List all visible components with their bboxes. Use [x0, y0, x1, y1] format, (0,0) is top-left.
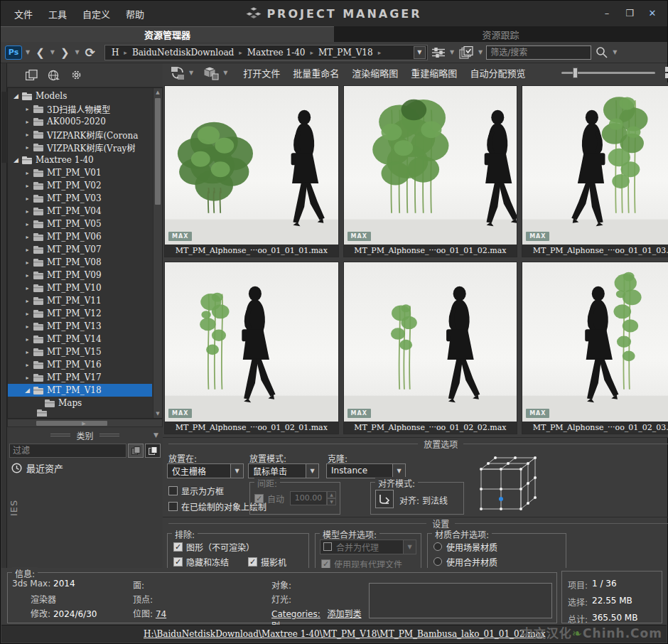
- merge-as-proxy-dropdown[interactable]: 合并为代理▼: [320, 540, 416, 554]
- category-view-button[interactable]: [128, 444, 144, 458]
- tree-expander-icon[interactable]: ▸: [23, 375, 31, 381]
- tree-item-mt_pm_v08[interactable]: ▸ MT_PM_V08: [8, 256, 152, 269]
- filter-options-icon[interactable]: [431, 46, 446, 59]
- selection-dropdown-caret[interactable]: ▼: [478, 49, 483, 55]
- toolbar-button-1[interactable]: 批量重命名: [286, 63, 345, 82]
- tree-expander-icon[interactable]: ▸: [23, 259, 31, 266]
- ps-filetype-icon[interactable]: Ps: [5, 45, 22, 60]
- tree-expander-icon[interactable]: ▸: [23, 323, 31, 330]
- merge-model-icon[interactable]: [201, 65, 221, 82]
- place-on-dropdown[interactable]: 仅主栅格▼: [167, 463, 244, 478]
- asset-thumbnail-0[interactable]: MAXMT_PM_Alphonse_···oo_01_01_01.max: [164, 85, 339, 257]
- back-button[interactable]: ❮: [33, 46, 47, 59]
- tree-expander-icon[interactable]: ▸: [23, 298, 31, 304]
- tree-expander-icon[interactable]: ▸: [23, 362, 31, 368]
- settings-rollout-header[interactable]: 设置 ▼: [163, 517, 668, 530]
- tree-expander-icon[interactable]: ▸: [23, 144, 31, 151]
- tree-item-partial[interactable]: [8, 409, 152, 417]
- menu-1[interactable]: 工具: [42, 4, 73, 23]
- exclude-hidden-checkbox[interactable]: ✓隐藏和冻结: [173, 556, 229, 568]
- place-mode-dropdown[interactable]: 鼠标单击▼: [248, 463, 319, 478]
- tree-expander-icon[interactable]: ▸: [23, 221, 31, 227]
- sidebar-tab-ies[interactable]: IES: [1, 486, 26, 529]
- slider-thumb[interactable]: [573, 68, 578, 78]
- bitmaps-value-link[interactable]: 74: [156, 609, 166, 619]
- tree-item-mt_pm_v05[interactable]: ▸ MT_PM_V05: [8, 218, 152, 230]
- placement-rollout-header[interactable]: 放置选项 ▼: [163, 438, 668, 451]
- scroll-up-arrow[interactable]: ▲: [153, 90, 162, 95]
- settings-gear-icon[interactable]: [69, 68, 84, 82]
- tree-expander-icon[interactable]: ▸: [23, 336, 31, 343]
- refresh-button[interactable]: ⟳: [83, 45, 97, 60]
- close-button[interactable]: ✕: [643, 5, 662, 21]
- search-dropdown-caret[interactable]: ▼: [612, 49, 618, 55]
- scroll-down-arrow[interactable]: ▼: [153, 411, 162, 417]
- material-option-1[interactable]: 使用合并材质: [433, 556, 566, 568]
- tree-expander-icon[interactable]: ▸: [23, 170, 31, 176]
- asset-thumbnail-4[interactable]: MAXMT_PM_Alphonse_···oo_01_02_02.max: [343, 262, 518, 434]
- tree-item-mt_pm_v09[interactable]: ▸ MT_PM_V09: [8, 269, 152, 281]
- tree-item-vizpark-corona[interactable]: ▸ VIZPARK树库(Corona: [8, 128, 152, 141]
- search-input[interactable]: [486, 45, 591, 60]
- align-mode-button[interactable]: [375, 490, 394, 508]
- breadcrumb-segment[interactable]: Maxtree 1-40: [242, 47, 311, 58]
- category-collapse-caret[interactable]: ▼: [153, 431, 158, 439]
- tree-item-mt_pm_v17[interactable]: ▸ MT_PM_V17: [8, 371, 152, 384]
- tree-expander-icon[interactable]: ▸: [23, 132, 31, 138]
- tree-item-mt_pm_v16[interactable]: ▸ MT_PM_V16: [8, 358, 152, 371]
- toolbar-button-4[interactable]: 自动分配预览: [463, 63, 532, 82]
- breadcrumb-dropdown-button[interactable]: ▼: [414, 46, 426, 59]
- forward-button[interactable]: ❯: [58, 46, 72, 59]
- minimize-button[interactable]: –: [598, 5, 616, 21]
- tree-item-mt_pm_v02[interactable]: ▸ MT_PM_V02: [8, 179, 152, 192]
- tree-item-vizpark-vray-[interactable]: ▸ VIZPARK树库(Vray树: [8, 141, 152, 154]
- tree-item-mt_pm_v03[interactable]: ▸ MT_PM_V03: [8, 192, 152, 205]
- tree-expander-icon[interactable]: ▸: [23, 349, 31, 355]
- asset-thumbnail-2[interactable]: MAXMT_PM_Alphonse_···oo_01_01_03.max: [522, 85, 668, 257]
- exclude-cameras-checkbox[interactable]: ✓摄影机: [248, 556, 286, 568]
- tree-horizontal-scrollbar[interactable]: ◀ ▶: [7, 419, 163, 427]
- import-dropdown-caret[interactable]: ▼: [188, 70, 194, 76]
- scroll-right-arrow[interactable]: ▶: [8, 421, 160, 426]
- clone-dropdown[interactable]: Instance▼: [326, 463, 406, 478]
- category-view2-button[interactable]: [145, 444, 161, 458]
- asset-thumbnail-1[interactable]: MAXMT_PM_Alphonse_···oo_01_01_02.max: [343, 85, 518, 257]
- search-icon[interactable]: [594, 45, 609, 60]
- auto-spacing-checkbox[interactable]: ✓自动: [254, 493, 284, 505]
- tree-item-mt_pm_v15[interactable]: ▸ MT_PM_V15: [8, 345, 152, 358]
- tree-item-maps[interactable]: Maps: [8, 397, 152, 409]
- tree-expander-icon[interactable]: ▸: [23, 183, 31, 189]
- tree-expander-icon[interactable]: ▸: [23, 311, 31, 317]
- grid-view-icon[interactable]: [664, 65, 668, 80]
- panels-icon[interactable]: [24, 68, 39, 82]
- tree-item-mt_pm_v13[interactable]: ▸ MT_PM_V13: [8, 320, 152, 333]
- toolbar-button-0[interactable]: 打开文件: [237, 63, 286, 82]
- filter-dropdown-caret[interactable]: ▼: [449, 49, 455, 55]
- category-filter-input[interactable]: [9, 444, 126, 458]
- tree-item-3d-[interactable]: ▸ 3D扫描人物模型: [8, 102, 152, 115]
- tree-expander-icon[interactable]: ▸: [23, 106, 31, 112]
- exclude-shapes-checkbox[interactable]: ✓图形（不可渲染）: [173, 541, 254, 553]
- tree-item-maxtree-1-40[interactable]: ◢ Maxtree 1-40: [8, 154, 152, 166]
- categories-label-link[interactable]: Categories:: [271, 609, 320, 619]
- tree-item-mt_pm_v07[interactable]: ▸ MT_PM_V07: [8, 243, 152, 256]
- tree-item-mt_pm_v06[interactable]: ▸ MT_PM_V06: [8, 230, 152, 243]
- tree-item-mt_pm_v10[interactable]: ▸ MT_PM_V10: [8, 281, 152, 294]
- show-as-box-checkbox[interactable]: 显示为方框: [168, 485, 224, 497]
- tree-expander-icon[interactable]: ▸: [23, 272, 31, 279]
- menu-0[interactable]: 文件: [8, 4, 39, 23]
- tree-expander-icon[interactable]: ▸: [23, 195, 31, 202]
- tree-item-mt_pm_v01[interactable]: ▸ MT_PM_V01: [8, 166, 152, 179]
- ps-dropdown-caret[interactable]: ▼: [25, 49, 31, 55]
- import-scene-icon[interactable]: [168, 65, 187, 82]
- asset-thumbnail-5[interactable]: MAXMT_PM_Alphonse_···oo_01_02_03.max: [522, 262, 668, 434]
- maximize-button[interactable]: ❒: [620, 5, 639, 21]
- thumbnail-size-slider[interactable]: [561, 72, 655, 74]
- tab-asset-tracking[interactable]: 资源跟踪: [334, 26, 667, 42]
- tree-item-ak0005-2020[interactable]: ▸ AK0005-2020: [8, 115, 152, 128]
- tree-expander-icon[interactable]: ◢: [12, 92, 20, 100]
- current-file-path[interactable]: H:\BaiduNetdiskDownload\Maxtree 1-40\MT_…: [144, 629, 546, 639]
- toolbar-button-2[interactable]: 渲染缩略图: [345, 63, 404, 82]
- menu-2[interactable]: 自定义: [76, 4, 117, 23]
- tree-item-mt_pm_v14[interactable]: ▸ MT_PM_V14: [8, 333, 152, 345]
